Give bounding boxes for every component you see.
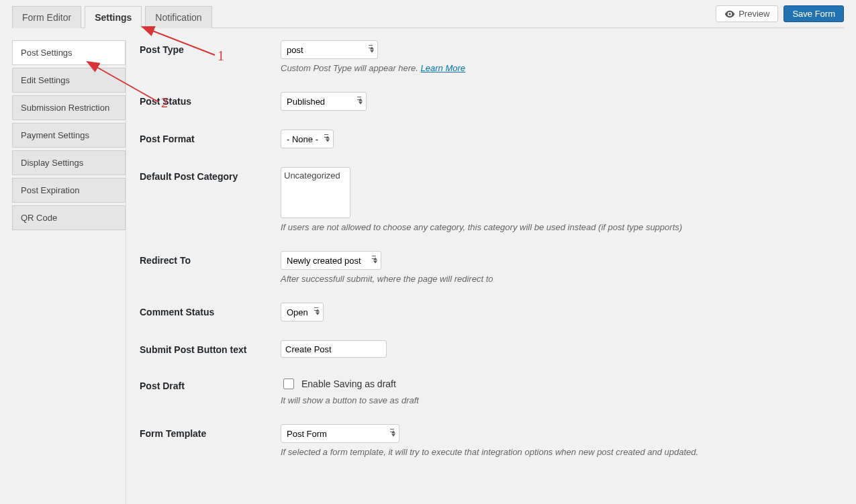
label-form-template: Form Template [140, 424, 281, 439]
post-type-select[interactable]: post [281, 40, 378, 59]
category-option-uncategorized[interactable]: Uncategorized [283, 169, 348, 182]
comment-status-select[interactable]: Open [281, 303, 324, 321]
label-post-type: Post Type [140, 40, 281, 55]
submit-button-text-input[interactable] [281, 340, 387, 358]
sidebar-item-qr-code[interactable]: QR Code [12, 205, 126, 230]
eye-icon [724, 10, 735, 18]
label-post-status: Post Status [140, 92, 281, 107]
label-post-draft: Post Draft [140, 376, 281, 391]
sidebar-item-submission-restriction[interactable]: Submission Restriction [12, 95, 126, 120]
label-redirect-to: Redirect To [140, 251, 281, 266]
sidebar-item-post-settings[interactable]: Post Settings [12, 40, 126, 65]
label-submit-button-text: Submit Post Button text [140, 340, 281, 355]
default-category-listbox[interactable]: Uncategorized [281, 167, 350, 218]
svg-point-0 [729, 13, 731, 15]
preview-label: Preview [739, 9, 769, 19]
tab-notification[interactable]: Notification [145, 6, 211, 28]
enable-draft-checkbox-wrap[interactable]: Enable Saving as draft [281, 376, 396, 391]
post-format-select[interactable]: - None - [281, 130, 334, 148]
sidebar-item-edit-settings[interactable]: Edit Settings [12, 68, 126, 93]
sidebar-item-payment-settings[interactable]: Payment Settings [12, 123, 126, 148]
learn-more-link[interactable]: Learn More [421, 63, 465, 73]
tab-form-editor[interactable]: Form Editor [12, 6, 81, 28]
form-template-select[interactable]: Post Form [281, 424, 399, 443]
label-post-format: Post Format [140, 130, 281, 144]
post-draft-helper: It will show a button to save as draft [281, 395, 844, 405]
label-comment-status: Comment Status [140, 303, 281, 317]
post-type-helper: Custom Post Type will appear here. Learn… [281, 63, 844, 73]
top-tab-bar: Form Editor Settings Notification Previe… [12, 5, 844, 28]
save-form-button[interactable]: Save Form [783, 5, 844, 22]
enable-draft-label: Enable Saving as draft [301, 379, 396, 389]
label-default-category: Default Post Category [140, 167, 281, 182]
redirect-to-helper: After successfull submit, where the page… [281, 274, 844, 284]
preview-button[interactable]: Preview [716, 5, 778, 22]
redirect-to-select[interactable]: Newly created post [281, 251, 381, 270]
enable-draft-checkbox[interactable] [283, 379, 294, 389]
default-category-helper: If users are not allowed to choose any c… [281, 222, 844, 232]
post-status-select[interactable]: Published [281, 92, 367, 111]
settings-content: Post Type post Custom Post Type will app… [126, 40, 844, 504]
tab-settings[interactable]: Settings [85, 6, 142, 28]
sidebar-item-display-settings[interactable]: Display Settings [12, 150, 126, 175]
settings-sidebar: Post Settings Edit Settings Submission R… [12, 40, 126, 504]
sidebar-item-post-expiration[interactable]: Post Expiration [12, 178, 126, 203]
form-template-helper: If selected a form template, it will try… [281, 447, 844, 457]
